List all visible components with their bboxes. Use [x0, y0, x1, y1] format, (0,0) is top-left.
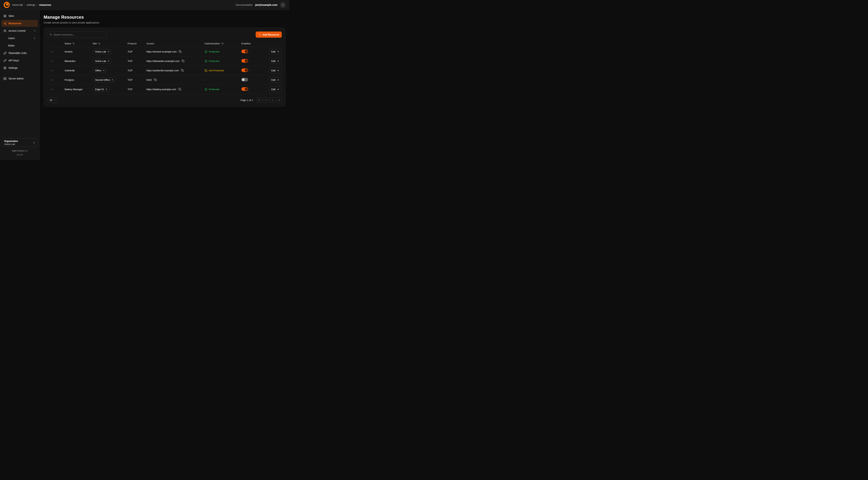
- sort-icon[interactable]: [98, 42, 100, 45]
- plus-icon: [258, 33, 261, 36]
- first-page-button[interactable]: [256, 97, 262, 103]
- server-icon: [3, 77, 6, 80]
- sort-icon[interactable]: [72, 42, 75, 45]
- sort-icon[interactable]: [221, 42, 224, 45]
- shield-check-icon: [205, 88, 207, 91]
- copy-button[interactable]: [178, 87, 182, 91]
- site-link[interactable]: Office: [93, 68, 107, 73]
- chevron-down-icon: [33, 30, 36, 32]
- pager: Page 1 of 1: [241, 97, 282, 103]
- edit-button[interactable]: Edit: [269, 77, 282, 83]
- add-resource-label: Add Resource: [262, 33, 279, 36]
- ellipsis-icon: [51, 79, 53, 82]
- resource-access-url: https://bitwarden.example.com: [146, 60, 180, 62]
- search-input[interactable]: [54, 33, 105, 36]
- breadcrumb: home-lab › settings › resources: [12, 3, 51, 6]
- edit-button[interactable]: Edit: [269, 58, 282, 64]
- column-header-authentication: Authentication: [205, 42, 241, 45]
- enabled-toggle[interactable]: [241, 68, 248, 72]
- breadcrumb-org[interactable]: home-lab: [12, 3, 23, 6]
- sidebar-item-access-control[interactable]: Access Control: [1, 27, 38, 34]
- auth-badge: Protected: [205, 60, 241, 63]
- copy-button[interactable]: [154, 78, 157, 82]
- chevrons-up-down-icon: [33, 142, 35, 144]
- row-menu-button[interactable]: [49, 59, 55, 63]
- search-box: [48, 31, 107, 38]
- organization-value: Home Lab: [4, 143, 33, 146]
- site-link[interactable]: Second Office: [93, 77, 116, 83]
- auth-badge: -: [205, 79, 241, 81]
- sidebar-item-resources[interactable]: Resources: [1, 20, 38, 27]
- sidebar-item-users[interactable]: Users: [1, 35, 38, 41]
- edit-button[interactable]: Edit: [269, 68, 282, 73]
- page-size-select[interactable]: 20: [48, 97, 58, 103]
- site-link[interactable]: Home Lab: [93, 49, 112, 54]
- sidebar-item-roles[interactable]: Roles: [1, 42, 38, 49]
- sites-grid-icon: [3, 14, 6, 18]
- main-content: Manage Resources Create secure proxies t…: [40, 10, 289, 160]
- copy-button[interactable]: [178, 50, 182, 54]
- row-menu-button[interactable]: [49, 78, 55, 82]
- sidebar-item-label: Server Admin: [8, 77, 24, 80]
- resource-access-url: https://authentik.example.com: [146, 69, 179, 72]
- last-page-button[interactable]: [276, 97, 282, 103]
- app-version: v1.3.0: [2, 153, 38, 156]
- enabled-toggle[interactable]: [241, 87, 248, 91]
- breadcrumb-separator-icon: ›: [24, 3, 25, 6]
- sidebar-item-settings[interactable]: Settings: [1, 64, 38, 71]
- previous-page-button[interactable]: [263, 97, 268, 103]
- site-link[interactable]: Edge 01: [93, 87, 110, 92]
- auth-badge: Protected: [205, 50, 241, 53]
- organization-select[interactable]: Organization Home Lab: [2, 139, 38, 147]
- resource-protocol: TCP: [128, 50, 146, 53]
- ellipsis-icon: [51, 60, 53, 63]
- resource-access-url: https://immich.example.com: [146, 50, 177, 53]
- enabled-toggle[interactable]: [241, 78, 248, 82]
- edit-button[interactable]: Edit: [269, 87, 282, 92]
- site-link[interactable]: Home Lab: [93, 58, 112, 64]
- ellipsis-icon: [51, 69, 53, 72]
- resource-access-url: https://battery.example.com: [146, 88, 176, 91]
- row-menu-button[interactable]: [49, 68, 55, 73]
- copy-icon: [178, 88, 181, 90]
- row-menu-button[interactable]: [49, 87, 55, 92]
- copy-icon: [154, 79, 157, 81]
- resource-access-url: 5432: [146, 79, 152, 81]
- avatar[interactable]: J: [280, 2, 286, 8]
- breadcrumb-separator-icon: ›: [37, 3, 38, 6]
- arrow-up-right-icon: [107, 51, 110, 53]
- edit-button[interactable]: Edit: [269, 49, 282, 55]
- external-link-icon: [26, 150, 28, 152]
- chevrons-right-icon: [278, 99, 280, 101]
- next-page-button[interactable]: [270, 97, 275, 103]
- copy-button[interactable]: [181, 59, 185, 63]
- documentation-link[interactable]: Documentation: [236, 3, 253, 6]
- row-menu-button[interactable]: [49, 50, 55, 54]
- sidebar-item-api-keys[interactable]: API Keys: [1, 57, 38, 64]
- enabled-toggle[interactable]: [241, 50, 248, 53]
- breadcrumb-settings[interactable]: settings: [27, 3, 35, 6]
- chevron-right-icon: [33, 37, 36, 40]
- page-subtitle: Create secure proxies to your private ap…: [43, 21, 285, 24]
- arrow-up-right-icon: [102, 69, 105, 72]
- sidebar-item-server-admin[interactable]: Server Admin: [1, 75, 38, 82]
- copy-button[interactable]: [181, 69, 184, 72]
- resources-toolbar: Add Resource: [48, 31, 282, 38]
- resources-share-icon: [3, 22, 6, 25]
- gear-icon: [3, 66, 6, 69]
- shield-check-icon: [205, 60, 207, 63]
- link-icon: [3, 52, 6, 55]
- sidebar-item-shareable-links[interactable]: Shareable Links: [1, 50, 38, 57]
- chevron-down-icon: [54, 99, 56, 101]
- sidebar-item-label: Sites: [8, 14, 14, 18]
- enabled-toggle[interactable]: [241, 59, 248, 63]
- add-resource-button[interactable]: Add Resource: [256, 31, 282, 38]
- arrow-up-right-icon: [107, 60, 110, 62]
- arrow-right-icon: [277, 60, 279, 62]
- open-source-link[interactable]: Open Source: [2, 150, 38, 152]
- app-logo[interactable]: [4, 2, 10, 8]
- search-icon: [50, 33, 52, 36]
- sidebar-item-sites[interactable]: Sites: [1, 12, 38, 19]
- auth-label: Protected: [209, 60, 219, 62]
- ellipsis-icon: [51, 50, 53, 53]
